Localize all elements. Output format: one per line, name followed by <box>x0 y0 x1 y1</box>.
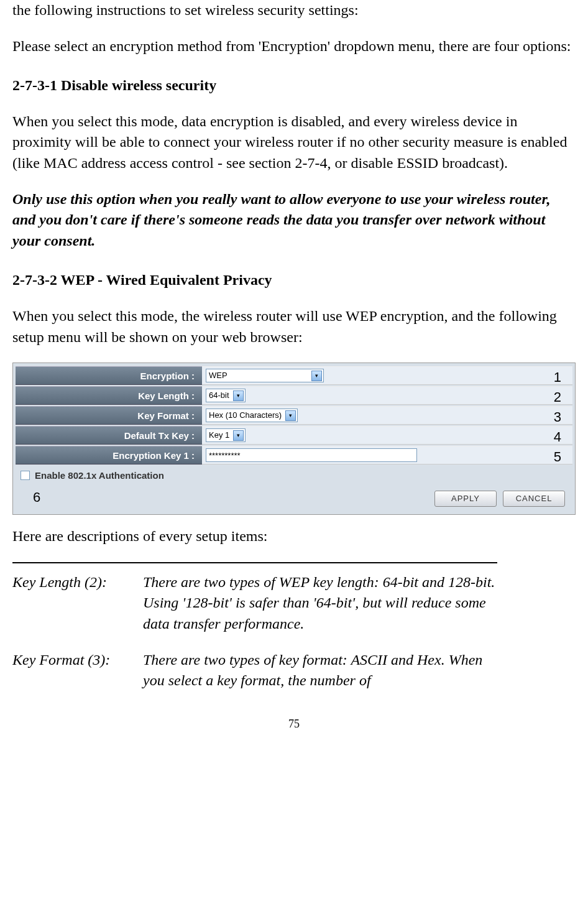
wep-settings-panel: Encryption : WEP ▾ 1 Key Length : 64-bit… <box>12 363 576 515</box>
row-key-length: Key Length : 64-bit ▾ 2 <box>16 386 572 405</box>
row-encryption-key-1: Encryption Key 1 : 5 <box>16 445 572 465</box>
descriptions-rule <box>12 562 497 563</box>
label-key-length: Key Length : <box>16 386 202 405</box>
annotation-5: 5 <box>554 448 561 467</box>
key-format-dropdown-value: Hex (10 Characters) <box>209 410 282 421</box>
section-heading-disable: 2-7-3-1 Disable wireless security <box>12 75 576 96</box>
chevron-down-icon: ▾ <box>285 410 296 421</box>
enable-8021x-checkbox[interactable] <box>21 471 30 480</box>
default-tx-dropdown-value: Key 1 <box>209 430 229 441</box>
desc-text-key-format: There are two types of key format: ASCII… <box>143 650 576 691</box>
value-cell-encryption: WEP ▾ <box>202 366 572 385</box>
cancel-button[interactable]: CANCEL <box>503 491 565 507</box>
label-key-format: Key Format : <box>16 406 202 425</box>
intro-line-2: Please select an encryption method from … <box>12 36 576 57</box>
label-encryption-key-1: Encryption Key 1 : <box>16 446 202 464</box>
desc-row-key-length: Key Length (2): There are two types of W… <box>12 572 576 635</box>
value-cell-encryption-key-1 <box>202 446 572 464</box>
section-body-disable: When you select this mode, data encrypti… <box>12 111 576 174</box>
desc-label-key-format: Key Format (3): <box>12 650 143 691</box>
annotation-6: 6 <box>33 488 40 507</box>
annotation-4: 4 <box>554 428 561 447</box>
row-default-tx: Default Tx Key : Key 1 ▾ 4 <box>16 425 572 445</box>
desc-row-key-format: Key Format (3): There are two types of k… <box>12 650 576 691</box>
row-encryption: Encryption : WEP ▾ 1 <box>16 366 572 386</box>
section-warning-disable: Only use this option when you really wan… <box>12 189 576 252</box>
key-format-dropdown[interactable]: Hex (10 Characters) ▾ <box>206 409 298 422</box>
row-8021x-auth: Enable 802.1x Authentication <box>16 465 572 486</box>
key-length-dropdown[interactable]: 64-bit ▾ <box>206 389 246 402</box>
button-row: 6 APPLY CANCEL <box>16 486 572 512</box>
section-heading-wep: 2-7-3-2 WEP - Wired Equivalent Privacy <box>12 270 576 291</box>
annotation-1: 1 <box>554 368 561 387</box>
desc-text-key-length: There are two types of WEP key length: 6… <box>143 572 576 635</box>
key-length-dropdown-value: 64-bit <box>209 390 229 401</box>
row-key-format: Key Format : Hex (10 Characters) ▾ 3 <box>16 405 572 425</box>
value-cell-key-format: Hex (10 Characters) ▾ <box>202 406 572 425</box>
value-cell-default-tx: Key 1 ▾ <box>202 426 572 445</box>
intro-line-1: the following instructions to set wirele… <box>12 0 576 21</box>
annotation-2: 2 <box>554 388 561 407</box>
encryption-key-1-input[interactable] <box>206 448 417 462</box>
descriptions-intro: Here are descriptions of every setup ite… <box>12 526 576 547</box>
section-body-wep: When you select this mode, the wireless … <box>12 306 576 348</box>
chevron-down-icon: ▾ <box>233 430 244 441</box>
desc-label-key-length: Key Length (2): <box>12 572 143 635</box>
label-encryption: Encryption : <box>16 366 202 385</box>
annotation-3: 3 <box>554 408 561 427</box>
label-default-tx: Default Tx Key : <box>16 426 202 445</box>
enable-8021x-label: Enable 802.1x Authentication <box>35 469 164 482</box>
encryption-dropdown[interactable]: WEP ▾ <box>206 369 324 382</box>
encryption-dropdown-value: WEP <box>209 370 227 381</box>
default-tx-dropdown[interactable]: Key 1 ▾ <box>206 428 246 442</box>
value-cell-key-length: 64-bit ▾ <box>202 386 572 405</box>
chevron-down-icon: ▾ <box>311 371 322 381</box>
page-number: 75 <box>12 716 576 732</box>
chevron-down-icon: ▾ <box>233 390 244 401</box>
apply-button[interactable]: APPLY <box>434 491 497 507</box>
